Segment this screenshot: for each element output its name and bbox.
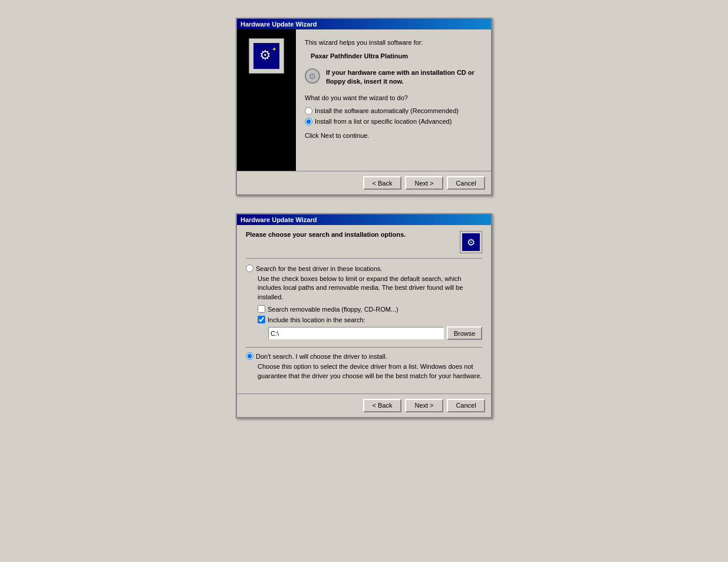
wizard-window-1: Hardware Update Wizard This wizard helps…: [236, 18, 492, 196]
radio-manual-label: Install from a list or specific location…: [315, 118, 452, 125]
checkbox-include-label: Include this location in the search:: [268, 316, 365, 323]
wizard-body-1: This wizard helps you install software f…: [237, 29, 491, 171]
search-section: Search for the best driver in these loca…: [246, 265, 482, 340]
path-input-row: Browse: [268, 326, 482, 340]
cancel-button-2[interactable]: Cancel: [447, 399, 485, 412]
checkbox-removable[interactable]: Search removable media (floppy, CD-ROM..…: [258, 305, 482, 313]
dont-search-section: Don't search. I will choose the driver t…: [246, 352, 482, 381]
cd-hint-section: If your hardware came with an installati…: [305, 68, 482, 87]
hardware-wizard-icon: [253, 43, 279, 69]
radio-search-option[interactable]: Search for the best driver in these loca…: [246, 265, 482, 272]
checkbox-removable-input[interactable]: [258, 305, 265, 313]
radio-option-manual[interactable]: Install from a list or specific location…: [305, 118, 482, 125]
click-next-text: Click Next to continue.: [305, 131, 482, 140]
radio-dont-search[interactable]: [246, 352, 253, 360]
back-button-2[interactable]: < Back: [363, 399, 401, 412]
browse-button[interactable]: Browse: [447, 326, 482, 340]
checkbox-removable-label: Search removable media (floppy, CD-ROM..…: [268, 306, 398, 313]
wizard-right-panel: This wizard helps you install software f…: [296, 29, 491, 171]
titlebar-2: Hardware Update Wizard: [237, 214, 491, 225]
button-bar-2: < Back Next > Cancel: [237, 394, 491, 417]
radio-dont-search-label: Don't search. I will choose the driver t…: [256, 353, 387, 360]
cd-circle-icon: [305, 68, 320, 84]
radio-auto[interactable]: [305, 107, 312, 115]
page-container: Hardware Update Wizard This wizard helps…: [0, 0, 728, 562]
intro-text: This wizard helps you install software f…: [305, 38, 482, 47]
back-button-1[interactable]: < Back: [363, 176, 401, 190]
dialog-header-2: Please choose your search and installati…: [246, 231, 482, 259]
radio-search-label: Search for the best driver in these loca…: [256, 265, 383, 272]
cd-icon: [305, 68, 321, 85]
checkbox-include-location[interactable]: Include this location in the search:: [258, 316, 482, 323]
path-input[interactable]: [268, 327, 444, 339]
indent-options: Search removable media (floppy, CD-ROM..…: [258, 305, 482, 340]
wizard-window-2: Hardware Update Wizard Please choose you…: [236, 213, 492, 418]
window-content-2: Please choose your search and installati…: [237, 225, 491, 417]
header-icon-inner: [462, 233, 480, 251]
wizard-body-2: Please choose your search and installati…: [237, 225, 491, 394]
dialog-header-title: Please choose your search and installati…: [246, 231, 460, 238]
radio-manual[interactable]: [305, 118, 312, 125]
wizard-icon-box: [249, 38, 284, 74]
titlebar-1: Hardware Update Wizard: [237, 19, 491, 29]
divider-line: [246, 347, 482, 348]
dont-search-desc: Choose this option to select the device …: [258, 362, 482, 381]
window-title-1: Hardware Update Wizard: [241, 21, 317, 28]
window-title-2: Hardware Update Wizard: [241, 216, 317, 223]
radio-auto-label: Install the software automatically (Reco…: [315, 107, 459, 114]
checkbox-include-input[interactable]: [258, 316, 265, 323]
header-icon-small: [460, 231, 482, 253]
next-button-1[interactable]: Next >: [405, 176, 443, 190]
search-option-desc: Use the check boxes below to limit or ex…: [258, 275, 482, 302]
wizard-left-panel: [237, 29, 296, 171]
cancel-button-1[interactable]: Cancel: [447, 176, 485, 190]
radio-dont-search-option[interactable]: Don't search. I will choose the driver t…: [246, 352, 482, 360]
question-label: What do you want the wizard to do?: [305, 94, 482, 103]
radio-option-auto[interactable]: Install the software automatically (Reco…: [305, 107, 482, 115]
window-content-1: This wizard helps you install software f…: [237, 29, 491, 194]
device-name: Paxar Pathfinder Ultra Platinum: [311, 52, 482, 61]
next-button-2[interactable]: Next >: [405, 399, 443, 412]
radio-search[interactable]: [246, 265, 253, 272]
button-bar-1: < Back Next > Cancel: [237, 171, 491, 194]
cd-hint-text: If your hardware came with an installati…: [326, 68, 482, 87]
